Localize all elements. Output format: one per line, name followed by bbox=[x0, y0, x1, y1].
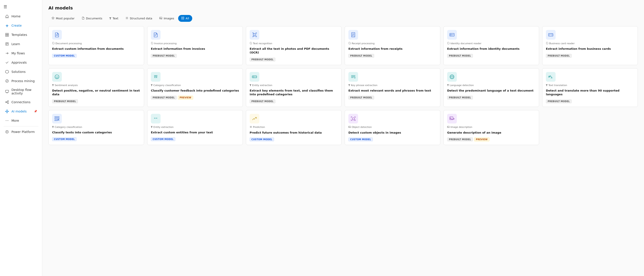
category-label: Receipt processing bbox=[352, 42, 374, 45]
cards-grid: Document processing Extract custom infor… bbox=[48, 26, 638, 145]
card-icon bbox=[52, 30, 62, 40]
category-icon bbox=[151, 42, 153, 45]
card-text-recognition[interactable]: T Text recognition Extract all the text … bbox=[246, 26, 342, 65]
sidebar-item-myflows[interactable]: My flows bbox=[1, 49, 41, 58]
card-keyphrase-extraction[interactable]: T Key phrase extraction Extract most rel… bbox=[345, 68, 440, 107]
card-category: T Entity extraction bbox=[250, 84, 338, 87]
svg-text:あ: あ bbox=[551, 76, 552, 78]
tab-label-documents: Documents bbox=[86, 17, 102, 20]
sidebar-divider bbox=[4, 126, 38, 126]
card-category: T Category classification bbox=[52, 126, 140, 129]
card-entity-extraction[interactable]: T Entity extraction Extract key elements… bbox=[246, 68, 342, 107]
badges-row: CUSTOM MODEL bbox=[348, 137, 436, 141]
card-object-detection[interactable]: Object detection Detect custom objects i… bbox=[345, 110, 440, 145]
badge-preview: PREVIEW bbox=[474, 138, 490, 141]
tab-documents[interactable]: Documents bbox=[78, 15, 105, 22]
category-label: Key phrase extraction bbox=[351, 84, 378, 87]
svg-rect-0 bbox=[6, 33, 7, 35]
card-icon bbox=[447, 114, 457, 123]
sidebar-item-create[interactable]: + Create bbox=[1, 21, 41, 30]
badge-prebuilt: PREBUILT MODEL bbox=[447, 96, 473, 100]
card-icon: "" bbox=[151, 114, 160, 123]
sidebar-item-desktopflow[interactable]: Desktop flow activity bbox=[1, 86, 41, 97]
sidebar-label-home: Home bbox=[12, 15, 20, 18]
card-category: Identity document reader bbox=[447, 42, 535, 45]
svg-rect-52 bbox=[548, 34, 553, 36]
category-label: Image description bbox=[450, 126, 472, 129]
card-title: Generate description of an image bbox=[447, 131, 535, 135]
card-category: Business card reader bbox=[546, 42, 634, 45]
structureddata-icon bbox=[125, 17, 128, 20]
sidebar-item-solutions[interactable]: Solutions bbox=[1, 67, 41, 76]
card-image-description[interactable]: Image description Generate description o… bbox=[444, 110, 539, 145]
badge-preview: PREVIEW bbox=[178, 96, 193, 100]
sidebar-label-approvals: Approvals bbox=[12, 61, 26, 64]
sidebar-item-more[interactable]: ··· More bbox=[1, 116, 41, 125]
card-text-translation[interactable]: Aあ T Text translation Detect and transla… bbox=[542, 68, 638, 107]
card-title: Extract custom entities from your text bbox=[151, 131, 239, 134]
card-doc-processing[interactable]: Document processing Extract custom infor… bbox=[48, 26, 144, 65]
card-sentiment-analysis[interactable]: T Sentiment analysis Detect positive, ne… bbox=[48, 68, 144, 107]
category-label: Entity extraction bbox=[154, 126, 174, 129]
category-label: Identity document reader bbox=[450, 42, 482, 45]
card-prediction[interactable]: Prediction Predict future outcomes from … bbox=[246, 110, 342, 145]
card-icon bbox=[52, 114, 62, 123]
card-title: Classify texts into custom categories bbox=[52, 131, 140, 134]
tab-label-mostpopular: Most popular bbox=[56, 17, 74, 20]
category-icon: T bbox=[52, 126, 54, 129]
svg-point-13 bbox=[6, 102, 6, 103]
card-identity-reader[interactable]: Identity document reader Extract informa… bbox=[444, 26, 539, 65]
card-category: T Category classification bbox=[151, 84, 239, 87]
sidebar-label-aimodels: AI models bbox=[12, 110, 26, 113]
svg-rect-43 bbox=[352, 33, 355, 37]
badges-row: PREBUILT MODELPREVIEW bbox=[447, 137, 535, 141]
svg-point-59 bbox=[58, 76, 58, 77]
sidebar-item-learn[interactable]: Learn bbox=[1, 40, 41, 49]
badge-prebuilt: PREBUILT MODEL bbox=[250, 100, 275, 103]
card-business-card[interactable]: Business card reader Extract information… bbox=[542, 26, 638, 65]
badge-prebuilt: PREBUILT MODEL bbox=[348, 54, 374, 58]
svg-point-60 bbox=[154, 75, 156, 77]
card-category-classification[interactable]: T Category classification Classify custo… bbox=[147, 68, 243, 107]
sidebar-label-connections: Connections bbox=[12, 100, 30, 104]
badge-prebuilt: PREBUILT MODEL bbox=[52, 100, 78, 103]
desktopflow-icon bbox=[5, 89, 9, 94]
tab-text[interactable]: T Text bbox=[106, 15, 122, 22]
card-custom-entity[interactable]: "" T Entity extraction Extract custom en… bbox=[147, 110, 243, 145]
svg-rect-75 bbox=[55, 116, 59, 117]
card-title: Detect positive, negative, or neutral se… bbox=[52, 89, 140, 96]
tab-images[interactable]: Images bbox=[156, 15, 177, 22]
card-title: Predict future outcomes from historical … bbox=[250, 131, 338, 135]
sidebar-item-connections[interactable]: Connections bbox=[1, 98, 41, 107]
category-icon bbox=[250, 42, 252, 45]
sidebar-item-aimodels[interactable]: AI models 📌 bbox=[1, 107, 41, 116]
category-label: Text translation bbox=[548, 84, 567, 87]
category-label: Category classification bbox=[55, 126, 82, 129]
sidebar: ☰ Home + Create Templates Learn My flows… bbox=[0, 0, 42, 276]
sidebar-item-approvals[interactable]: Approvals bbox=[1, 58, 41, 67]
card-icon bbox=[250, 72, 259, 82]
svg-rect-3 bbox=[7, 35, 8, 36]
svg-text:": " bbox=[156, 117, 158, 121]
svg-rect-76 bbox=[55, 118, 59, 119]
sidebar-item-templates[interactable]: Templates bbox=[1, 30, 41, 39]
hamburger-button[interactable]: ☰ bbox=[0, 2, 42, 12]
card-category: Image description bbox=[447, 126, 535, 129]
sidebar-item-powerplatform[interactable]: Power Platform bbox=[1, 127, 41, 136]
badge-custom: CUSTOM MODEL bbox=[52, 54, 76, 58]
category-icon bbox=[447, 126, 450, 129]
tab-mostpopular[interactable]: Most popular bbox=[48, 15, 78, 22]
tab-structureddata[interactable]: Structured data bbox=[122, 15, 155, 22]
card-icon bbox=[151, 30, 160, 40]
card-language-detection[interactable]: T Language detection Detect the predomin… bbox=[444, 68, 539, 107]
tab-all[interactable]: All bbox=[178, 15, 192, 22]
sidebar-item-processmining[interactable]: Process mining bbox=[1, 77, 41, 85]
card-custom-category[interactable]: T Category classification Classify texts… bbox=[48, 110, 144, 145]
badges-row: PREBUILT MODEL bbox=[546, 53, 634, 58]
sidebar-label-desktopflow: Desktop flow activity bbox=[12, 88, 37, 95]
connections-icon bbox=[5, 100, 9, 104]
card-icon: T bbox=[250, 30, 259, 40]
sidebar-item-home[interactable]: Home bbox=[1, 12, 41, 21]
card-invoice-processing[interactable]: Invoice processing Extract information f… bbox=[147, 26, 243, 65]
card-receipt-processing[interactable]: Receipt processing Extract information f… bbox=[345, 26, 440, 65]
